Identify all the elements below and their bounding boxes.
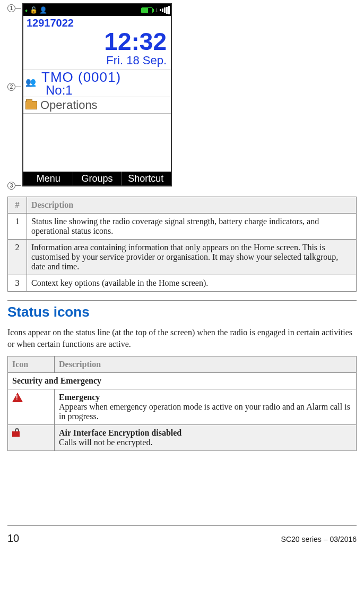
softkey-right: Shortcut <box>122 173 170 184</box>
callout-description-table: # Description 1 Status line showing the … <box>7 197 357 292</box>
folder-icon <box>25 101 37 109</box>
antenna-icon: ⟂ <box>154 6 158 14</box>
date: Fri. 18 Sep. <box>23 54 171 70</box>
callout-1: 1 <box>7 4 21 12</box>
signal-icon <box>160 6 170 14</box>
people-icon: 👥 <box>25 77 38 90</box>
device-screenshot: 1 2 3 ⬧ 🔓 👤 ⟂ 12917022 12:32 Fri <box>7 3 357 189</box>
section-title: Status icons <box>7 304 357 320</box>
table-row: 2 Information area containing informatio… <box>8 240 357 275</box>
page-number: 10 <box>7 532 19 545</box>
status-bar: ⬧ 🔓 👤 ⟂ <box>23 4 171 16</box>
phone-frame: ⬧ 🔓 👤 ⟂ 12917022 12:32 Fri. 18 Sep. 👥 <box>22 3 172 186</box>
table-subheader: Security and Emergency <box>8 373 357 389</box>
col-header-description: Description <box>55 356 357 373</box>
softkey-center: Groups <box>73 173 122 184</box>
table-row: Air Interface Encryption disabled Calls … <box>8 425 357 451</box>
status-icons-table: Icon Description Security and Emergency … <box>7 356 357 451</box>
table-row: 3 Context key options (available in the … <box>8 275 357 292</box>
operations-label: Operations <box>40 98 98 112</box>
talkgroup-name: TMO (0001) <box>41 70 121 84</box>
callout-2: 2 <box>7 83 21 91</box>
softkey-bar: Menu Groups Shortcut <box>23 172 171 185</box>
lock-icon: 🔓 <box>30 6 38 14</box>
emergency-icon <box>12 393 23 402</box>
table-row: Emergency Appears when emergency operati… <box>8 389 357 425</box>
battery-icon <box>141 7 153 13</box>
col-header-description: Description <box>27 197 357 214</box>
intro-paragraph: Icons appear on the status line (at the … <box>7 327 357 350</box>
document-id: SC20 series – 03/2016 <box>281 535 357 543</box>
col-header-icon: Icon <box>8 356 55 373</box>
callout-3: 3 <box>7 182 21 190</box>
row-title: Air Interface Encryption disabled <box>59 428 352 438</box>
encryption-disabled-icon-cell <box>8 425 55 451</box>
footer-rule <box>7 525 357 526</box>
callout-column: 1 2 3 <box>7 3 21 189</box>
emergency-icon-cell <box>8 389 55 425</box>
person-icon: 👤 <box>39 6 47 14</box>
arrow-icon: ⬧ <box>24 6 28 14</box>
page-footer: 10 SC20 series – 03/2016 <box>7 530 357 545</box>
lock-disabled-icon <box>12 428 20 437</box>
operations-row: Operations <box>23 97 171 113</box>
col-header-number: # <box>8 197 27 214</box>
talkgroup-row: 👥 TMO (0001) No:1 <box>23 70 171 97</box>
talkgroup-no: No:1 <box>41 84 121 97</box>
softkey-left: Menu <box>24 173 73 184</box>
row-title: Emergency <box>59 393 352 402</box>
table-row: 1 Status line showing the radio coverage… <box>8 214 357 240</box>
clock: 12:32 <box>23 29 171 54</box>
row-desc: Calls will not be encrypted. <box>59 438 352 447</box>
row-desc: Appears when emergency operation mode is… <box>59 402 352 421</box>
section-rule <box>7 300 357 301</box>
blank-area <box>23 113 171 172</box>
